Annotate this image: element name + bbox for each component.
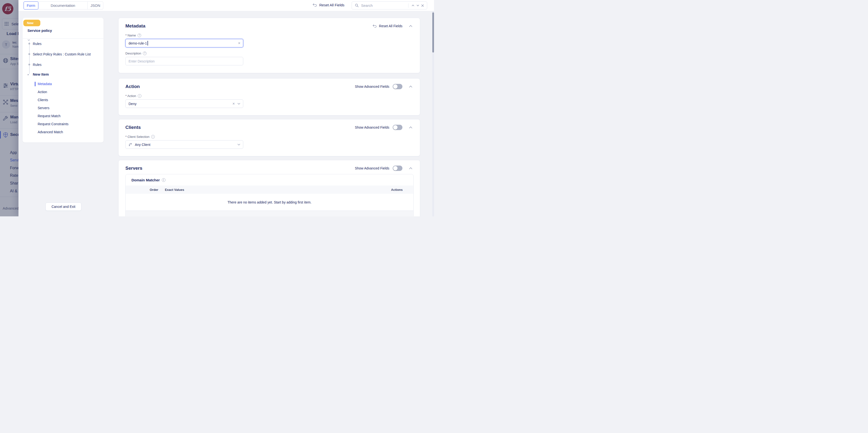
sidebar-heading: Load Ba: [6, 31, 19, 36]
tree-child-metadata[interactable]: Metadata: [38, 82, 52, 86]
show-advanced-toggle[interactable]: [393, 84, 402, 89]
search-close-icon[interactable]: [420, 3, 425, 8]
slideover-topbar: Form Documentation JSON Reset All Fields: [19, 0, 434, 11]
tree-dot-icon: [28, 53, 30, 55]
tree-child-advanced-match[interactable]: Advanced Match: [38, 130, 63, 134]
show-advanced-label: Show Advanced Fields: [355, 85, 389, 88]
scrollbar-thumb[interactable]: [432, 12, 434, 53]
search-input[interactable]: [359, 3, 406, 8]
metadata-title: Metadata: [125, 23, 145, 29]
service-selector-label: Sele: [11, 22, 19, 26]
search-next-icon[interactable]: [415, 3, 420, 8]
client-selection-select[interactable]: Any Client: [125, 140, 243, 149]
reset-all-fields-button[interactable]: Reset All Fields: [312, 3, 344, 7]
sidebar-link-ai[interactable]: AI &: [10, 189, 17, 193]
collapse-section-icon[interactable]: [408, 24, 413, 28]
tree-child-servers[interactable]: Servers: [38, 106, 49, 110]
tree-title: Service policy: [27, 28, 52, 33]
metadata-reset-button[interactable]: Reset All Fields: [373, 24, 402, 28]
undo-icon: [312, 3, 317, 7]
divider: [0, 95, 19, 96]
info-icon[interactable]: i: [151, 135, 155, 139]
action-section: Action Show Advanced Fields * Action i D…: [118, 78, 420, 115]
tree-child-action[interactable]: Action: [38, 90, 47, 94]
sidebar-link-service[interactable]: Servi: [10, 158, 19, 163]
sidebar-link-app[interactable]: App: [10, 150, 17, 155]
collapse-section-icon[interactable]: [408, 125, 413, 130]
name-label: * Name: [125, 33, 136, 37]
tree-child-clients[interactable]: Clients: [38, 98, 48, 102]
collapse-section-icon[interactable]: [408, 166, 413, 171]
collapse-section-icon[interactable]: [408, 84, 413, 89]
reset-all-fields-label: Reset All Fields: [319, 3, 344, 7]
toggle-knob: [393, 84, 398, 89]
show-advanced-toggle[interactable]: [393, 125, 402, 130]
collapse-caret-icon[interactable]: [27, 39, 30, 41]
sidebar-footer-advanced[interactable]: Advanced: [3, 206, 19, 210]
sliders-icon: [3, 83, 8, 88]
sidebar-item-label: Mes: [10, 98, 18, 103]
workspace-name: tec: [12, 40, 17, 44]
search-prev-icon[interactable]: [410, 3, 415, 8]
clear-selection-icon[interactable]: ✕: [232, 102, 235, 106]
description-field-label-row: Description ?: [125, 52, 413, 55]
search-box: [352, 1, 427, 9]
sidebar-item-sub: Servi: [10, 104, 18, 108]
name-input[interactable]: [125, 39, 243, 48]
service-selector-button[interactable]: Sele: [2, 18, 19, 29]
avatar[interactable]: T: [2, 40, 10, 49]
divider: [0, 69, 19, 69]
shield-icon: [3, 132, 8, 138]
search-icon: [354, 3, 359, 8]
sidebar-link-forward[interactable]: Forw: [10, 166, 19, 170]
name-field: ✕: [125, 39, 243, 48]
client-selection-label: * Client Selection: [125, 135, 150, 139]
info-icon[interactable]: i: [162, 178, 165, 182]
description-label: Description: [125, 52, 141, 55]
chevron-down-icon: [238, 103, 240, 105]
tree-item-select-policy-rules[interactable]: Select Policy Rules : Custom Rule List: [33, 52, 91, 56]
client-selection-value: Any Client: [135, 143, 150, 147]
mesh-icon: [3, 99, 8, 105]
column-header-exact-values: Exact Values: [158, 188, 184, 192]
domain-matcher-title: Domain Matcher: [131, 178, 160, 182]
table-header-row: Order Exact Values Actions: [126, 185, 413, 194]
description-input[interactable]: [125, 57, 243, 65]
metadata-section: Metadata Reset All Fields * Name ?: [118, 18, 420, 73]
sidebar-item-sub: Load: [10, 120, 17, 124]
tab-documentation[interactable]: Documentation: [38, 1, 88, 9]
sidebar-item-sub: App S: [10, 62, 19, 66]
column-header-order: Order: [126, 188, 158, 192]
toggle-knob: [393, 125, 398, 129]
action-select[interactable]: Deny ✕: [125, 99, 243, 108]
sidebar-link-shared[interactable]: Shar: [10, 181, 18, 185]
help-icon[interactable]: ?: [137, 33, 141, 37]
vertical-scrollbar[interactable]: [432, 11, 434, 216]
action-label: * Action: [125, 94, 136, 98]
help-icon[interactable]: ?: [143, 52, 147, 55]
tree-item-rules-1[interactable]: Rules: [33, 42, 41, 46]
arrow-right-icon: ▸: [28, 73, 29, 76]
tab-json[interactable]: JSON: [88, 1, 103, 9]
tree-child-request-constraints[interactable]: Request Constraints: [38, 122, 68, 126]
info-icon[interactable]: i: [138, 94, 142, 98]
clients-title: Clients: [125, 125, 141, 130]
tree-dot-icon: [28, 64, 30, 65]
show-advanced-label: Show Advanced Fields: [355, 166, 389, 170]
tree-item-new-item[interactable]: New Item: [33, 72, 49, 76]
view-tabs: Form Documentation JSON: [24, 1, 103, 9]
sidebar-item-label: Man: [10, 115, 19, 120]
toggle-knob: [393, 166, 398, 170]
cancel-and-exit-button[interactable]: Cancel and Exit: [45, 203, 82, 211]
sidebar-item-label: Virtu: [10, 82, 19, 87]
description-field: [125, 57, 243, 65]
show-advanced-toggle[interactable]: [393, 166, 402, 171]
clear-name-icon[interactable]: ✕: [238, 39, 241, 48]
sidebar-item-label: Secu: [10, 132, 19, 137]
sidebar-link-rate[interactable]: Rate: [10, 173, 18, 178]
tree-child-request-match[interactable]: Request Match: [38, 114, 61, 118]
new-badge: New: [23, 20, 40, 26]
grid-icon: [4, 21, 9, 26]
tree-item-rules-2[interactable]: Rules: [33, 63, 41, 67]
tab-form[interactable]: Form: [24, 1, 38, 9]
